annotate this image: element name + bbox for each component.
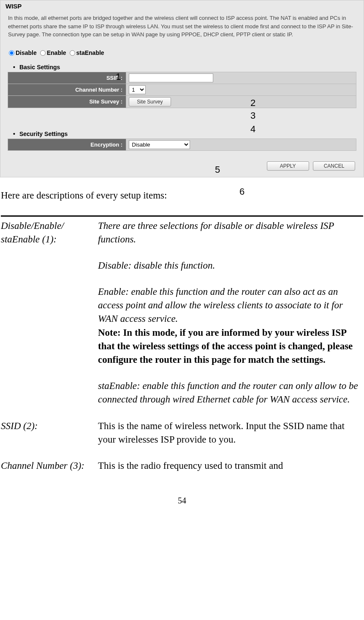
- channel-select[interactable]: 1: [129, 85, 146, 94]
- encryption-label: Encryption :: [8, 139, 126, 150]
- item-1-label: Disable/Enable/ staEnable (1):: [1, 219, 98, 407]
- site-survey-label: Site Survey :: [8, 95, 126, 108]
- wisp-mode-radios: Disable Enable staEnable: [0, 49, 364, 56]
- radio-disable-label: Disable: [16, 49, 37, 56]
- encryption-select[interactable]: Disable: [129, 140, 190, 149]
- callout-4: 4: [250, 124, 255, 135]
- panel-title: WISP: [0, 0, 364, 10]
- panel-description: In this mode, all ethernet ports are bri…: [0, 10, 364, 49]
- callout-2: 2: [250, 98, 255, 109]
- router-config-panel: WISP In this mode, all ethernet ports ar…: [0, 0, 364, 177]
- callout-5: 5: [215, 164, 220, 175]
- item-2-content: This is the name of wireless network. In…: [98, 419, 363, 446]
- basic-settings-header: Basic Settings: [0, 56, 364, 72]
- callout-1: 1: [116, 71, 121, 82]
- ssid-label: SSID :: [8, 72, 126, 84]
- action-buttons: APPLY CANCEL: [0, 151, 364, 173]
- ssid-input[interactable]: [129, 73, 213, 82]
- item-2-label: SSID (2):: [1, 419, 98, 446]
- channel-label: Channel Number :: [8, 84, 126, 95]
- basic-settings-table: SSID : Channel Number : 1 Site Survey : …: [8, 72, 356, 108]
- item-1-content: There are three selections for disable o…: [98, 219, 363, 407]
- radio-staenable-label: staEnable: [76, 49, 104, 56]
- security-settings-table: Encryption : Disable: [8, 139, 356, 151]
- intro-text: Here are descriptions of every setup ite…: [1, 190, 363, 201]
- site-survey-button[interactable]: Site Survey: [129, 97, 171, 106]
- radio-disable[interactable]: [9, 50, 14, 56]
- callout-3: 3: [250, 110, 255, 121]
- radio-enable[interactable]: [40, 50, 46, 56]
- item-3-content: This is the radio frequency used to tran…: [98, 459, 363, 473]
- documentation-text: Here are descriptions of every setup ite…: [0, 190, 364, 512]
- security-settings-header: Security Settings: [0, 123, 364, 139]
- page-number: 54: [1, 496, 363, 512]
- cancel-button[interactable]: CANCEL: [313, 161, 355, 171]
- callout-6: 6: [239, 186, 244, 197]
- radio-staenable[interactable]: [70, 50, 75, 56]
- item-3-label: Channel Number (3):: [1, 459, 98, 473]
- radio-enable-label: Enable: [47, 49, 66, 56]
- apply-button[interactable]: APPLY: [267, 161, 309, 171]
- descriptions-table: Disable/Enable/ staEnable (1): There are…: [1, 215, 363, 473]
